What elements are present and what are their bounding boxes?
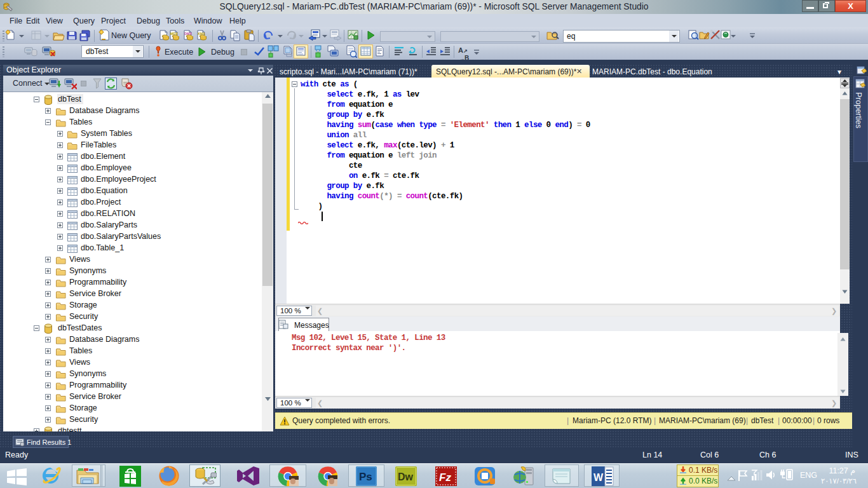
svg-text:Dw: Dw [398,471,414,482]
svg-text:Fz: Fz [439,471,451,484]
svg-text:W: W [593,472,604,483]
svg-text:Ps: Ps [359,471,372,483]
